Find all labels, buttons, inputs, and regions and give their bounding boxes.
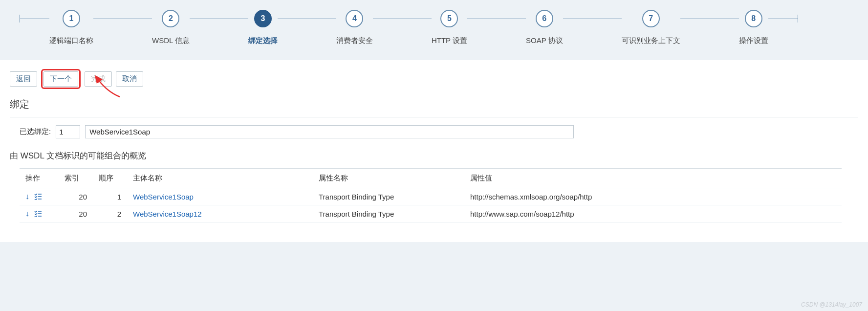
cell-attr-value: http://www.sap.com/soap12/http — [464, 205, 842, 222]
step-label: SOAP 协议 — [526, 36, 563, 45]
cell-order: 2 — [93, 205, 127, 222]
step-circle: 6 — [536, 10, 553, 27]
cell-order: 1 — [93, 188, 127, 205]
finish-button: 完成 — [85, 71, 112, 87]
selected-name-input[interactable] — [85, 125, 574, 138]
step-circle: 2 — [162, 10, 179, 27]
selected-binding-label: 已选绑定: — [20, 127, 51, 136]
arrow-down-icon[interactable]: ↓ — [25, 192, 29, 201]
table-row: ↓201WebService1SoapTransport Binding Typ… — [20, 188, 842, 205]
selected-binding-row: 已选绑定: — [10, 125, 858, 138]
step-circle: 7 — [642, 10, 660, 27]
arrow-down-icon[interactable]: ↓ — [25, 209, 29, 218]
checklist-icon[interactable] — [34, 193, 42, 200]
step-circle: 1 — [63, 10, 80, 27]
highlight-next: 下一个 — [41, 69, 81, 89]
wizard-steps: 1逻辑端口名称2WSDL 信息3绑定选择4消费者安全5HTTP 设置6SOAP … — [20, 10, 848, 45]
step-label: 操作设置 — [739, 36, 768, 45]
cell-subject: WebService1Soap — [127, 188, 313, 205]
th-index: 索引 — [59, 169, 93, 188]
step-label: 消费者安全 — [336, 36, 373, 45]
next-button[interactable]: 下一个 — [43, 71, 78, 87]
back-button[interactable]: 返回 — [10, 71, 37, 87]
step-label: HTTP 设置 — [432, 36, 467, 45]
cancel-button[interactable]: 取消 — [116, 71, 143, 87]
cell-attr-name: Transport Binding Type — [313, 188, 464, 205]
wizard-step-1[interactable]: 1逻辑端口名称 — [49, 10, 93, 45]
table-row: ↓202WebService1Soap12Transport Binding T… — [20, 205, 842, 222]
wizard-step-8[interactable]: 8操作设置 — [739, 10, 768, 45]
step-label: WSDL 信息 — [152, 36, 190, 45]
cell-index: 20 — [59, 188, 93, 205]
cell-subject: WebService1Soap12 — [127, 205, 313, 222]
th-action: 操作 — [20, 169, 59, 188]
step-circle: 5 — [440, 10, 458, 27]
step-label: 绑定选择 — [248, 36, 278, 45]
subject-link[interactable]: WebService1Soap — [133, 193, 194, 201]
divider — [10, 117, 858, 117]
th-order: 顺序 — [93, 169, 127, 188]
wizard-step-6[interactable]: 6SOAP 协议 — [526, 10, 563, 45]
wizard-step-2[interactable]: 2WSDL 信息 — [152, 10, 190, 45]
th-attr-value: 属性值 — [464, 169, 842, 188]
wizard-step-3[interactable]: 3绑定选择 — [248, 10, 278, 45]
wizard-step-7[interactable]: 7可识别业务上下文 — [622, 10, 680, 45]
selected-count-input[interactable] — [56, 125, 80, 138]
step-label: 逻辑端口名称 — [49, 36, 93, 45]
bindings-table: 操作 索引 顺序 主体名称 属性名称 属性值 ↓201WebService1So… — [20, 168, 842, 222]
cell-index: 20 — [59, 205, 93, 222]
cell-attr-value: http://schemas.xmlsoap.org/soap/http — [464, 188, 842, 205]
th-subject: 主体名称 — [127, 169, 313, 188]
th-attr-name: 属性名称 — [313, 169, 464, 188]
binding-section-title: 绑定 — [10, 98, 858, 111]
button-bar: 返回 下一个 完成 取消 — [10, 69, 858, 89]
cell-attr-name: Transport Binding Type — [313, 205, 464, 222]
step-label: 可识别业务上下文 — [622, 36, 680, 45]
wizard-step-4[interactable]: 4消费者安全 — [336, 10, 373, 45]
step-circle: 8 — [745, 10, 762, 27]
step-circle: 3 — [254, 10, 272, 27]
subject-link[interactable]: WebService1Soap12 — [133, 210, 202, 218]
overview-title: 由 WSDL 文档标识的可能组合的概览 — [10, 150, 858, 161]
checklist-icon[interactable] — [34, 210, 42, 217]
wizard-step-5[interactable]: 5HTTP 设置 — [432, 10, 467, 45]
step-circle: 4 — [346, 10, 363, 27]
